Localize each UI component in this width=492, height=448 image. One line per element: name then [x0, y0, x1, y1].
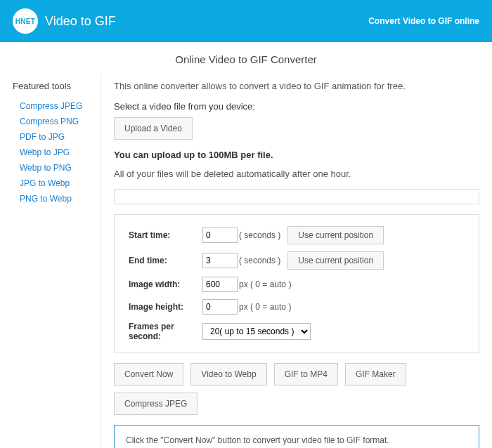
upload-limit-text: You can upload up to 100MB per file. — [114, 150, 479, 160]
intro-text: This online converter allows to convert … — [114, 81, 479, 91]
sidebar-item-compress-jpeg[interactable]: Compress JPEG — [13, 98, 101, 114]
width-row: Image width: px ( 0 = auto ) — [129, 277, 465, 292]
height-row: Image height: px ( 0 = auto ) — [129, 299, 465, 315]
end-time-row: End time: ( seconds ) Use current positi… — [129, 251, 465, 270]
height-unit: px ( 0 = auto ) — [239, 302, 291, 312]
instruction-box: Click the "Convert Now" button to conver… — [114, 425, 479, 448]
sidebar-item-webp-to-jpg[interactable]: Webp to JPG — [13, 145, 101, 160]
page-title: Online Video to GIF Converter — [0, 42, 492, 74]
upload-video-button[interactable]: Upload a Video — [114, 117, 193, 140]
convert-now-button[interactable]: Convert Now — [114, 363, 183, 386]
sidebar-item-compress-png[interactable]: Compress PNG — [13, 114, 101, 129]
video-to-webp-button[interactable]: Video to Webp — [190, 363, 266, 386]
fps-row: Frames per second: 20( up to 15 seconds … — [129, 322, 465, 341]
start-time-input[interactable] — [202, 228, 238, 243]
header-left: HNET Video to GIF — [13, 8, 116, 34]
sidebar-item-webp-to-png[interactable]: Webp to PNG — [13, 160, 101, 176]
start-time-unit: ( seconds ) — [239, 230, 280, 240]
width-unit: px ( 0 = auto ) — [239, 279, 291, 289]
sidebar: Featured tools Compress JPEG Compress PN… — [13, 74, 101, 448]
logo-text: HNET — [15, 18, 35, 25]
settings-panel: Start time: ( seconds ) Use current posi… — [114, 214, 479, 353]
fps-select[interactable]: 20( up to 15 seconds ) — [202, 323, 311, 340]
header: HNET Video to GIF Convert Video to GIF o… — [0, 0, 492, 42]
sidebar-item-pdf-to-jpg[interactable]: PDF to JPG — [13, 129, 101, 145]
header-tagline: Convert Video to GIF online — [368, 16, 479, 26]
end-time-current-button[interactable]: Use current position — [287, 251, 384, 270]
fps-label: Frames per second: — [129, 322, 202, 341]
preview-panel — [114, 189, 479, 204]
auto-delete-text: All of your files will be deleted automa… — [114, 169, 479, 179]
select-file-text: Select a video file from you device: — [114, 101, 479, 112]
start-time-row: Start time: ( seconds ) Use current posi… — [129, 226, 465, 244]
main: This online converter allows to convert … — [101, 74, 479, 448]
width-input[interactable] — [202, 277, 238, 292]
end-time-label: End time: — [129, 256, 202, 265]
end-time-input[interactable] — [202, 253, 238, 268]
header-title: Video to GIF — [45, 14, 116, 29]
compress-jpeg-button[interactable]: Compress JPEG — [114, 393, 198, 415]
container: Featured tools Compress JPEG Compress PN… — [0, 74, 492, 448]
sidebar-item-jpg-to-webp[interactable]: JPG to Webp — [13, 176, 101, 191]
sidebar-heading: Featured tools — [13, 81, 101, 91]
logo-icon: HNET — [13, 8, 38, 34]
gif-maker-button[interactable]: GIF Maker — [345, 363, 406, 386]
start-time-label: Start time: — [129, 230, 202, 240]
sidebar-item-png-to-webp[interactable]: PNG to Webp — [13, 191, 101, 206]
end-time-unit: ( seconds ) — [239, 256, 280, 265]
width-label: Image width: — [129, 279, 202, 289]
gif-to-mp4-button[interactable]: GIF to MP4 — [274, 363, 338, 386]
height-input[interactable] — [202, 299, 238, 315]
start-time-current-button[interactable]: Use current position — [287, 226, 384, 244]
action-row: Convert Now Video to Webp GIF to MP4 GIF… — [114, 363, 479, 415]
height-label: Image height: — [129, 302, 202, 312]
instruction-text: Click the "Convert Now" button to conver… — [126, 435, 389, 445]
